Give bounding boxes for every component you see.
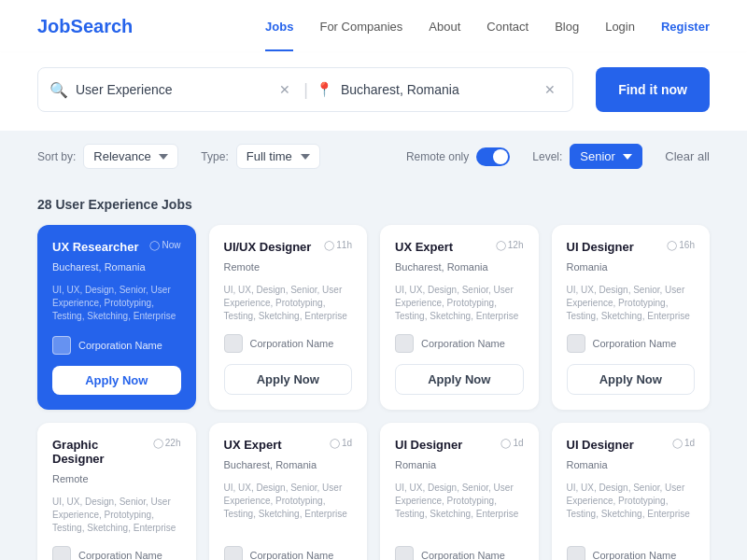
- find-button[interactable]: Find it now: [596, 67, 710, 112]
- job-time: ◯ 16h: [667, 240, 695, 250]
- job-time: ◯ 11h: [324, 240, 352, 250]
- nav-for-companies[interactable]: For Companies: [319, 20, 402, 34]
- logo-accent: Search: [71, 16, 134, 36]
- job-card-header: Graphic Designer ◯ 22h: [52, 438, 181, 466]
- job-title: UX Expert: [224, 438, 282, 452]
- job-time: ◯ 1d: [330, 438, 352, 448]
- job-tags: UI, UX, Design, Senior, User Experience,…: [395, 482, 524, 535]
- apply-button-3[interactable]: Apply Now: [395, 364, 524, 395]
- apply-button-2[interactable]: Apply Now: [224, 364, 353, 395]
- company-name: Corporation Name: [78, 340, 162, 351]
- location-icon: 📍: [316, 81, 333, 98]
- company-name: Corporation Name: [593, 338, 677, 349]
- main-nav: Jobs For Companies About Contact Blog Lo…: [265, 20, 710, 34]
- company-name: Corporation Name: [421, 338, 505, 349]
- sort-label: Sort by:: [37, 150, 76, 163]
- clear-all-button[interactable]: Clear all: [665, 149, 710, 163]
- filters-section: Sort by: Relevance Type: Full time Remot…: [0, 131, 747, 178]
- company-row: Corporation Name: [567, 546, 696, 560]
- job-time: ◯ 1d: [500, 438, 523, 448]
- job-title: UX Researcher: [52, 240, 139, 254]
- company-logo: [567, 334, 585, 353]
- nav-login[interactable]: Login: [605, 20, 635, 34]
- company-name: Corporation Name: [421, 550, 505, 560]
- job-card-6: UX Expert ◯ 1d Bucharest, Romania UI, UX…: [209, 423, 368, 560]
- job-card-8: UI Designer ◯ 1d Romania UI, UX, Design,…: [552, 423, 711, 560]
- clock-icon: ◯: [672, 438, 683, 448]
- level-select[interactable]: Senior: [570, 144, 642, 169]
- search-icon: 🔍: [49, 81, 68, 99]
- main-content: 28 User Experience Jobs UX Researcher ◯ …: [0, 178, 747, 560]
- job-title: UI Designer: [567, 240, 634, 254]
- clock-icon: ◯: [153, 438, 163, 448]
- sort-select[interactable]: Relevance: [83, 144, 178, 169]
- clear-location-button[interactable]: ✕: [539, 80, 561, 99]
- header: JobSearch Jobs For Companies About Conta…: [0, 0, 747, 52]
- job-card-2: UI/UX Designer ◯ 11h Remote UI, UX, Desi…: [209, 225, 368, 410]
- keyword-input[interactable]: [76, 82, 266, 97]
- company-row: Corporation Name: [52, 546, 181, 560]
- jobs-grid-row2: Graphic Designer ◯ 22h Remote UI, UX, De…: [37, 423, 710, 560]
- clear-keyword-button[interactable]: ✕: [274, 80, 296, 99]
- job-tags: UI, UX, Design, Senior, User Experience,…: [224, 482, 353, 535]
- company-row: Corporation Name: [52, 336, 181, 355]
- apply-button-4[interactable]: Apply Now: [567, 364, 696, 395]
- job-card-header: UX Expert ◯ 1d: [224, 438, 353, 452]
- company-row: Corporation Name: [395, 334, 524, 353]
- job-card-header: UI Designer ◯ 1d: [395, 438, 524, 452]
- job-card-3: UX Expert ◯ 12h Bucharest, Romania UI, U…: [380, 225, 539, 410]
- nav-about[interactable]: About: [429, 20, 460, 34]
- clock-icon: ◯: [149, 240, 160, 250]
- location-input[interactable]: [341, 82, 531, 97]
- job-card-4: UI Designer ◯ 16h Romania UI, UX, Design…: [552, 225, 711, 410]
- nav-contact[interactable]: Contact: [486, 20, 529, 34]
- job-card-5: Graphic Designer ◯ 22h Remote UI, UX, De…: [37, 423, 196, 560]
- job-card-header: UX Expert ◯ 12h: [395, 240, 524, 254]
- job-title: Graphic Designer: [52, 438, 153, 466]
- divider: |: [303, 80, 308, 100]
- remote-toggle[interactable]: [476, 147, 510, 166]
- job-title: UX Expert: [395, 240, 453, 254]
- company-logo: [52, 336, 71, 355]
- job-card-7: UI Designer ◯ 1d Romania UI, UX, Design,…: [380, 423, 539, 560]
- job-time: ◯ 1d: [672, 438, 695, 448]
- company-name: Corporation Name: [593, 550, 677, 560]
- search-bar: 🔍 ✕ | 📍 ✕: [37, 67, 573, 112]
- nav-blog[interactable]: Blog: [555, 20, 579, 34]
- job-tags: UI, UX, Design, Senior, User Experience,…: [52, 496, 181, 535]
- job-location: Romania: [567, 459, 696, 470]
- job-tags: UI, UX, Design, Senior, User Experience,…: [52, 284, 181, 325]
- job-card-header: UI Designer ◯ 1d: [567, 438, 696, 452]
- clock-icon: ◯: [496, 240, 506, 250]
- job-tags: UI, UX, Design, Senior, User Experience,…: [567, 284, 696, 323]
- clock-icon: ◯: [500, 438, 511, 448]
- type-filter: Type: Full time: [201, 144, 319, 169]
- remote-toggle-group: Remote only: [406, 147, 510, 166]
- results-title: 28 User Experience Jobs: [37, 197, 710, 212]
- company-row: Corporation Name: [224, 546, 353, 560]
- company-logo: [224, 334, 243, 353]
- type-select[interactable]: Full time: [236, 144, 320, 169]
- job-location: Bucharest, Romania: [395, 261, 524, 273]
- job-location: Bucharest, Romania: [224, 459, 353, 470]
- company-row: Corporation Name: [224, 334, 353, 353]
- company-logo: [224, 546, 243, 560]
- job-card-header: UI Designer ◯ 16h: [567, 240, 696, 254]
- remote-label: Remote only: [406, 150, 469, 163]
- company-logo: [567, 546, 585, 560]
- company-logo: [395, 546, 414, 560]
- job-card-featured: UX Researcher ◯ Now Bucharest, Romania U…: [37, 225, 196, 410]
- apply-button-featured[interactable]: Apply Now: [52, 366, 181, 395]
- logo: JobSearch: [37, 16, 133, 37]
- clock-icon: ◯: [667, 240, 677, 250]
- job-title: UI Designer: [395, 438, 462, 452]
- sort-filter: Sort by: Relevance: [37, 144, 178, 169]
- job-location: Romania: [567, 261, 696, 273]
- nav-register[interactable]: Register: [661, 20, 710, 34]
- job-location: Romania: [395, 459, 524, 470]
- company-row: Corporation Name: [395, 546, 524, 560]
- nav-jobs[interactable]: Jobs: [265, 20, 293, 34]
- job-title: UI Designer: [567, 438, 634, 452]
- company-name: Corporation Name: [78, 550, 162, 560]
- job-tags: UI, UX, Design, Senior, User Experience,…: [224, 284, 353, 323]
